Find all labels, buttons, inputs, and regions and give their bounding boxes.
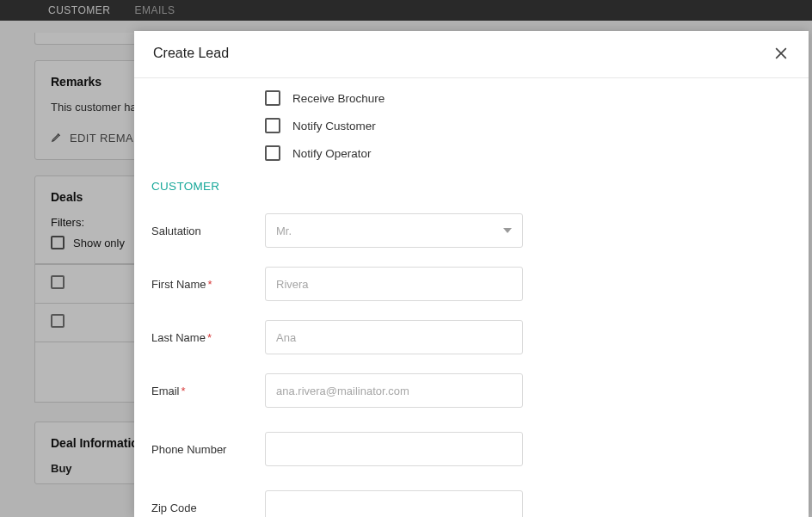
zip-input-wrap bbox=[265, 490, 523, 517]
field-salutation: Salutation Mr. bbox=[151, 213, 791, 248]
field-first-name: First Name* bbox=[151, 267, 791, 301]
checkbox-icon bbox=[265, 118, 280, 133]
field-email: Email* bbox=[151, 373, 791, 408]
checkbox-notify-operator[interactable]: Notify Operator bbox=[265, 145, 791, 161]
checkbox-icon bbox=[265, 145, 280, 161]
zip-label: Zip Code bbox=[151, 502, 265, 514]
modal-title: Create Lead bbox=[153, 46, 229, 61]
close-button[interactable] bbox=[772, 45, 790, 62]
phone-input-wrap bbox=[265, 432, 523, 466]
modal-body[interactable]: Receive Brochure Notify Customer Notify … bbox=[134, 78, 809, 517]
create-lead-modal: Create Lead Receive Brochure Notify Cust… bbox=[134, 31, 809, 517]
section-customer: CUSTOMER bbox=[151, 180, 791, 193]
phone-input[interactable] bbox=[276, 433, 512, 465]
checkbox-receive-brochure[interactable]: Receive Brochure bbox=[265, 90, 791, 106]
first-name-input[interactable] bbox=[276, 268, 512, 300]
checkbox-notify-operator-label: Notify Operator bbox=[292, 147, 372, 160]
email-input-wrap bbox=[265, 373, 523, 408]
first-name-label: First Name* bbox=[151, 278, 265, 291]
checkbox-receive-brochure-label: Receive Brochure bbox=[292, 92, 384, 105]
last-name-input-wrap bbox=[265, 320, 523, 354]
chevron-down-icon bbox=[503, 228, 512, 233]
email-label: Email* bbox=[151, 385, 265, 397]
zip-input[interactable] bbox=[276, 491, 512, 517]
last-name-label: Last Name* bbox=[151, 331, 265, 344]
checkbox-notify-customer-label: Notify Customer bbox=[292, 120, 376, 132]
checkbox-icon bbox=[265, 90, 280, 106]
field-last-name: Last Name* bbox=[151, 320, 791, 354]
salutation-label: Salutation bbox=[151, 225, 265, 237]
field-zip: Zip Code bbox=[151, 490, 791, 517]
phone-label: Phone Number bbox=[151, 443, 265, 456]
email-input[interactable] bbox=[276, 374, 512, 407]
salutation-value: Mr. bbox=[276, 225, 292, 237]
salutation-select[interactable]: Mr. bbox=[265, 213, 523, 248]
modal-header: Create Lead bbox=[134, 31, 809, 78]
last-name-input[interactable] bbox=[276, 321, 512, 354]
checkbox-notify-customer[interactable]: Notify Customer bbox=[265, 118, 791, 133]
field-phone: Phone Number bbox=[151, 432, 791, 466]
first-name-input-wrap bbox=[265, 267, 523, 301]
close-icon bbox=[772, 50, 790, 65]
